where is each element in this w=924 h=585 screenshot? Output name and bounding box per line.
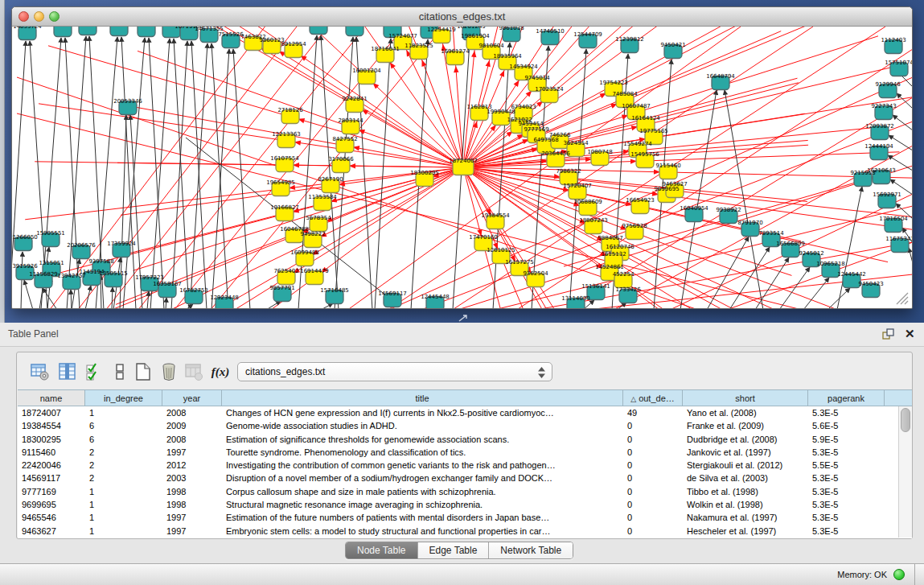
table-cell[interactable]: Disruption of a novel member of a sodium… (222, 472, 623, 484)
column-header-name[interactable]: name (18, 390, 85, 406)
table-cell[interactable]: Yano et al. (2008) (683, 406, 808, 419)
table-cell[interactable]: 9465546 (18, 511, 85, 524)
table-cell[interactable]: 1 (85, 525, 162, 538)
citation-network-graph[interactable]: 1405572420691406946554610653267152760269… (12, 27, 912, 308)
graph-node[interactable] (346, 27, 363, 36)
table-cell[interactable]: 9463627 (18, 525, 85, 538)
table-cell[interactable]: 1997 (162, 511, 222, 524)
table-cell[interactable]: 0 (623, 433, 683, 446)
network-canvas[interactable]: 1405572420691406946554610653267152760269… (12, 27, 912, 308)
table-row[interactable]: 911546021997Tourette syndrome. Phenomeno… (18, 446, 912, 459)
table-cell[interactable]: 1998 (162, 485, 222, 498)
table-cell[interactable]: 5.9E-5 (808, 433, 885, 446)
table-cell[interactable]: Estimation of significance thresholds fo… (222, 433, 623, 446)
table-cell[interactable]: Structural magnetic resonance image aver… (222, 498, 623, 511)
table-cell[interactable]: Jankovic et al. (1997) (683, 446, 808, 459)
table-cell[interactable]: Changes of HCN gene expression and I(f) … (222, 406, 623, 419)
table-cell[interactable]: 2008 (162, 433, 222, 446)
table-cell[interactable]: 0 (623, 419, 683, 432)
table-row[interactable]: 1872400712008Changes of HCN gene express… (18, 406, 912, 419)
table-cell[interactable]: 19384554 (18, 419, 85, 432)
import-table-icon[interactable] (183, 361, 204, 382)
table-cell[interactable]: 9777169 (18, 485, 85, 498)
table-cell[interactable]: 5.3E-5 (808, 446, 885, 459)
table-cell[interactable]: 6 (85, 419, 162, 432)
table-cell[interactable]: 0 (623, 472, 683, 484)
table-cell[interactable]: 1997 (162, 525, 222, 538)
table-scrollbar[interactable] (898, 406, 912, 538)
column-header-pagerank[interactable]: pagerank (808, 390, 885, 406)
table-cell[interactable]: 5.6E-5 (808, 419, 885, 432)
table-cell[interactable]: Wolkin et al. (1998) (683, 498, 808, 511)
table-cell[interactable]: 5.3E-5 (808, 485, 885, 498)
table-cell[interactable]: 1997 (162, 446, 222, 459)
table-cell[interactable]: 2 (85, 446, 162, 459)
table-row[interactable]: 1938455462009Genome-wide association stu… (18, 419, 912, 432)
table-cell[interactable]: Embryonic stem cells: a model to study s… (222, 525, 623, 538)
float-panel-icon[interactable] (882, 328, 895, 340)
table-cell[interactable]: Nakamura et al. (1997) (683, 511, 808, 524)
table-cell[interactable]: 0 (623, 511, 683, 524)
table-cell[interactable]: 5.5E-5 (808, 459, 885, 472)
table-cell[interactable]: Investigating the contribution of common… (222, 459, 623, 472)
table-row[interactable]: 946554611997Estimation of the future num… (18, 511, 912, 524)
table-cell[interactable]: 0 (623, 446, 683, 459)
table-cell[interactable]: 2 (85, 472, 162, 484)
graph-node[interactable] (110, 27, 128, 36)
network-window-titlebar[interactable]: citations_edges.txt (12, 7, 912, 27)
table-options-icon[interactable] (30, 361, 51, 382)
table-cell[interactable]: 9115460 (18, 446, 85, 459)
table-cell[interactable]: Franke et al. (2009) (683, 419, 808, 432)
graph-node[interactable] (54, 27, 72, 37)
graph-node[interactable] (79, 27, 97, 35)
tab-edge-table[interactable]: Edge Table (418, 542, 490, 558)
column-header-in_degree[interactable]: in_degree (85, 390, 162, 406)
graph-node[interactable] (310, 27, 327, 35)
table-cell[interactable]: 5.3E-5 (808, 525, 885, 538)
table-cell[interactable]: 18300295 (18, 433, 85, 446)
table-row[interactable]: 1830029562008Estimation of significance … (18, 433, 912, 446)
table-cell[interactable]: 5.3E-5 (808, 498, 885, 511)
table-cell[interactable]: Dudbridge et al. (2008) (683, 433, 808, 446)
column-header-year[interactable]: year (162, 390, 222, 406)
graph-node[interactable] (138, 27, 155, 37)
table-cell[interactable]: 5.3E-5 (808, 472, 885, 484)
tab-node-table[interactable]: Node Table (346, 542, 418, 558)
table-cell[interactable]: 5.3E-5 (808, 511, 885, 524)
table-cell[interactable]: 0 (623, 459, 683, 472)
table-cell[interactable]: 0 (623, 525, 683, 538)
table-body[interactable]: 1872400712008Changes of HCN gene express… (18, 406, 912, 538)
table-cell[interactable]: 9699695 (18, 498, 85, 511)
column-header-short[interactable]: short (683, 390, 808, 406)
table-cell[interactable]: 2008 (162, 406, 222, 419)
table-cell[interactable]: 14569117 (18, 472, 85, 484)
table-cell[interactable]: 18724007 (18, 406, 85, 419)
table-cell[interactable]: 2 (85, 459, 162, 472)
table-cell[interactable]: Tourette syndrome. Phenomenology and cla… (222, 446, 623, 459)
table-cell[interactable]: 2012 (162, 459, 222, 472)
show-columns-icon[interactable] (57, 361, 78, 382)
table-cell[interactable]: Stergiakouli et al. (2012) (683, 459, 808, 472)
table-cell[interactable]: 1 (85, 406, 162, 419)
close-panel-icon[interactable]: ✕ (905, 328, 918, 340)
table-selector-dropdown[interactable]: citations_edges.txt (237, 362, 552, 381)
select-columns-icon[interactable] (84, 361, 105, 382)
table-header-row[interactable]: namein_degreeyeartitle△out_de…shortpager… (18, 389, 912, 406)
table-scrollbar-thumb[interactable] (901, 408, 910, 432)
table-cell[interactable]: 1 (85, 511, 162, 524)
resize-grip-icon[interactable] (894, 290, 910, 307)
table-cell[interactable]: 1 (85, 498, 162, 511)
column-header-out_de[interactable]: △out_de… (623, 390, 683, 406)
table-row[interactable]: 969969511998Structural magnetic resonanc… (18, 498, 912, 511)
table-cell[interactable]: 1 (85, 485, 162, 498)
table-cell[interactable]: 2003 (162, 472, 222, 484)
table-cell[interactable]: Estimation of the future numbers of pati… (222, 511, 623, 524)
table-row[interactable]: 977716911998Corpus callosum shape and si… (18, 485, 912, 498)
table-cell[interactable]: 6 (85, 433, 162, 446)
table-cell[interactable]: de Silva et al. (2003) (683, 472, 808, 484)
table-cell[interactable]: 49 (623, 406, 683, 419)
table-cell[interactable]: 1998 (162, 498, 222, 511)
table-row[interactable]: 2242004622012Investigating the contribut… (18, 459, 912, 472)
memory-status-indicator[interactable] (893, 569, 905, 580)
row-height-icon[interactable] (109, 361, 130, 382)
